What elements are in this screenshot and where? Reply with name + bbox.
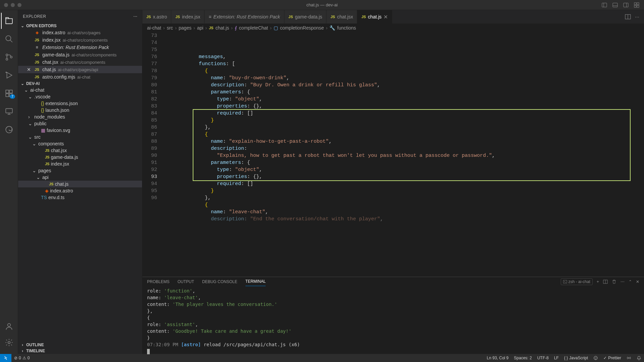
more-icon[interactable]: ⋯ <box>635 14 639 19</box>
code-line[interactable]: required: [] <box>163 110 644 117</box>
code-line[interactable]: name: "explain-how-to-get-past-a-robot", <box>163 138 644 145</box>
open-editor-item[interactable]: ◈index.astro ai-chat/src/pages <box>18 29 142 36</box>
cursor-position[interactable]: Ln 93, Col 9 <box>484 356 511 360</box>
tree-item[interactable]: ⌄ pages <box>18 167 142 174</box>
editor-tab[interactable]: JSindex.jsx <box>171 10 204 24</box>
close-panel-icon[interactable]: ✕ <box>636 279 639 284</box>
code-line[interactable]: type: "object", <box>163 166 644 173</box>
code-line[interactable]: }, <box>163 194 644 201</box>
tree-item[interactable]: TS env.d.ts <box>18 194 142 201</box>
indentation-status[interactable]: Spaces: 2 <box>511 356 535 360</box>
tree-item[interactable]: ⌄ components <box>18 140 142 147</box>
code-line[interactable]: parameters: { <box>163 159 644 166</box>
shell-dropdown[interactable]: zsh - ai-chat <box>561 278 593 285</box>
editor-tab[interactable]: JSchat.jsx <box>326 10 357 24</box>
tree-item[interactable]: {} launch.json <box>18 107 142 114</box>
close-tab-icon[interactable]: ✕ <box>383 14 388 20</box>
extensions-activity[interactable]: 7 <box>1 85 17 101</box>
more-icon[interactable]: ⋯ <box>133 14 138 19</box>
code-line[interactable]: { <box>163 201 644 209</box>
trash-icon[interactable] <box>612 279 616 284</box>
tree-item[interactable]: {} extensions.json <box>18 100 142 107</box>
maximize-panel-icon[interactable]: ⌃ <box>629 279 632 284</box>
outline-section[interactable]: › OUTLINE <box>18 342 142 348</box>
remote-explorer-activity[interactable] <box>1 103 17 120</box>
open-editor-item[interactable]: JSchat.jsx ai-chat/src/components <box>18 58 142 66</box>
tree-item[interactable]: ⌄ public <box>18 120 142 127</box>
tree-item[interactable]: ⌄ .vscode <box>18 93 142 100</box>
open-editors-section[interactable]: ⌄ OPEN EDITORS <box>18 23 142 29</box>
maximize-window-icon[interactable] <box>17 3 21 7</box>
notifications-icon[interactable] <box>634 356 644 360</box>
code-line[interactable]: } <box>163 187 644 194</box>
terminal-tab[interactable]: TERMINAL <box>245 277 266 286</box>
code-editor[interactable]: 7374757677787980818283848586878889909192… <box>142 32 644 277</box>
explorer-activity[interactable] <box>1 13 17 29</box>
open-editor-item[interactable]: ✕JSchat.js ai-chat/src/pages/api <box>18 66 142 73</box>
tree-item[interactable]: ⌄ src <box>18 134 142 140</box>
tree-item[interactable]: ▦ favicon.svg <box>18 127 142 134</box>
errors-status[interactable]: ⊘0⚠0 <box>11 356 32 360</box>
tree-item[interactable]: › node_modules <box>18 114 142 120</box>
code-line[interactable]: parameters: { <box>163 89 644 96</box>
problems-tab[interactable]: PROBLEMS <box>147 277 170 286</box>
editor-tab[interactable]: JSchat.js✕ <box>357 10 392 24</box>
customize-layout-icon[interactable] <box>633 2 641 8</box>
debug-activity[interactable] <box>1 67 17 83</box>
code-line[interactable]: }, <box>163 124 644 131</box>
source-control-activity[interactable] <box>1 49 17 65</box>
language-status[interactable]: { }JavaScript <box>561 356 591 360</box>
close-icon[interactable]: ✕ <box>27 67 32 72</box>
breadcrumb[interactable]: ai-chat› src› pages› api› JS chat.js› ⨐ … <box>142 24 644 32</box>
broadcast-icon[interactable] <box>624 356 634 360</box>
code-line[interactable]: name: "buy-dr-owen-drink", <box>163 75 644 82</box>
code-line[interactable]: required: [] <box>163 180 644 187</box>
tree-item[interactable]: JS game-data.js <box>18 154 142 161</box>
more-icon[interactable]: ⋯ <box>620 279 625 284</box>
code-line[interactable]: description: <box>163 145 644 152</box>
tree-item[interactable]: JS chat.jsx <box>18 147 142 154</box>
terminal-output[interactable]: role: 'function', name: 'leave-chat', co… <box>142 286 644 356</box>
tree-item[interactable]: ⌄ api <box>18 174 142 181</box>
remote-button[interactable] <box>0 354 11 362</box>
editor-tab[interactable]: JSgame-data.js <box>284 10 326 24</box>
output-tab[interactable]: OUTPUT <box>178 277 194 286</box>
tree-item[interactable]: JS chat.js <box>18 181 142 187</box>
editor-tab[interactable]: JSx.astro <box>142 10 171 24</box>
search-activity[interactable] <box>1 31 17 47</box>
code-line[interactable]: description: "End the conversation/chat … <box>163 216 644 223</box>
code-line[interactable]: { <box>163 131 644 138</box>
minimize-window-icon[interactable] <box>11 3 15 7</box>
code-line[interactable]: type: "object", <box>163 96 644 103</box>
tree-item[interactable]: ⌄ ai-chat <box>18 87 142 93</box>
tree-item[interactable]: JS index.jsx <box>18 161 142 167</box>
settings-activity[interactable] <box>1 334 17 351</box>
accounts-activity[interactable] <box>1 318 17 334</box>
panel-bottom-icon[interactable] <box>611 2 619 8</box>
open-editor-item[interactable]: JSastro.config.mjs ai-chat <box>18 73 142 81</box>
open-editor-item[interactable]: ≡Extension: Rust Extension Pack <box>18 44 142 51</box>
open-editor-item[interactable]: JSindex.jsx ai-chat/src/components <box>18 36 142 44</box>
new-terminal-icon[interactable]: + <box>597 279 599 284</box>
code-line[interactable]: properties: {}, <box>163 103 644 110</box>
encoding-status[interactable]: UTF-8 <box>535 356 551 360</box>
eol-status[interactable]: LF <box>551 356 561 360</box>
tree-item[interactable]: ◈ index.astro <box>18 187 142 194</box>
code-line[interactable]: messages, <box>163 53 644 60</box>
code-line[interactable]: properties: {}, <box>163 173 644 180</box>
split-terminal-icon[interactable] <box>603 279 608 284</box>
split-editor-icon[interactable] <box>625 14 631 20</box>
code-line[interactable]: functions: [ <box>163 60 644 67</box>
timeline-section[interactable]: › TIMELINE <box>18 348 142 354</box>
feedback-icon[interactable] <box>591 356 601 360</box>
close-window-icon[interactable] <box>4 3 8 7</box>
prettier-status[interactable]: ✓Prettier <box>601 356 624 360</box>
editor-tab[interactable]: ≡Extension: Rust Extension Pack <box>204 10 284 24</box>
open-editor-item[interactable]: JSgame-data.js ai-chat/src/components <box>18 51 142 58</box>
panel-right-icon[interactable] <box>622 2 630 8</box>
code-line[interactable]: { <box>163 67 644 75</box>
project-section[interactable]: ⌄ DEV-AI <box>18 81 142 87</box>
code-line[interactable]: description: "Buy Dr. Owen a drink or re… <box>163 82 644 89</box>
code-line[interactable]: } <box>163 117 644 124</box>
edge-activity[interactable] <box>1 122 17 138</box>
